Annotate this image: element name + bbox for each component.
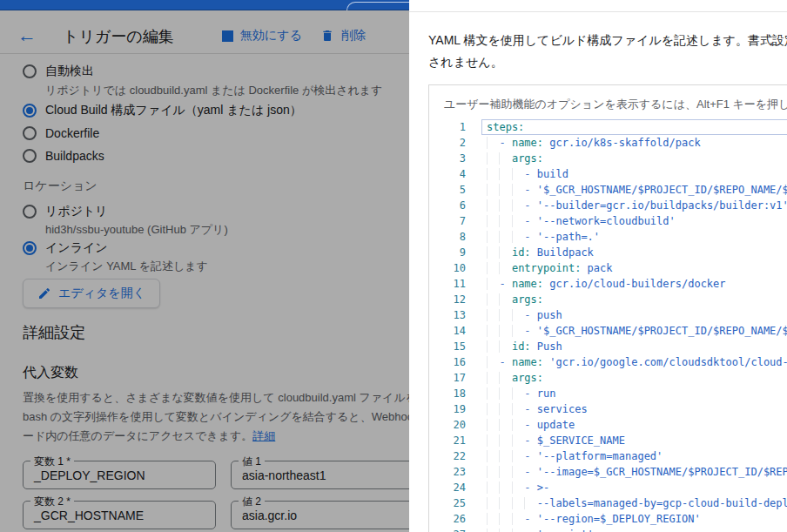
line-number: 6 — [429, 198, 474, 213]
line-number: 22 — [429, 448, 474, 464]
code-line[interactable]: 6 - '--builder=gcr.io/buildpacks/builder… — [429, 198, 787, 213]
code-token: id: — [512, 246, 531, 259]
code-token — [487, 325, 524, 337]
code-token: args: — [512, 152, 543, 165]
code-line[interactable]: 24 - >- — [429, 480, 787, 495]
code-token — [487, 152, 512, 165]
code-line-content[interactable]: - services — [481, 401, 787, 417]
code-line[interactable]: 26 - '--region=$_DEPLOY_REGION' — [429, 511, 787, 527]
code-line-content[interactable]: args: — [481, 370, 787, 386]
code-token: gcr.io/k8s-skaffold/pack — [543, 137, 701, 149]
code-token: - — [524, 309, 536, 321]
code-token — [487, 199, 524, 212]
code-line[interactable]: 19 - services — [429, 401, 787, 417]
code-token — [487, 387, 524, 400]
code-line-content[interactable]: - '--region=$_DEPLOY_REGION' — [481, 511, 787, 527]
code-token: - — [524, 434, 536, 447]
yaml-dialog-description: YAML 構文を使用してビルド構成ファイルを記述します。書式設定とコメントは保存… — [428, 30, 787, 73]
yaml-dialog-description-line2: されません。 — [428, 51, 787, 73]
code-line[interactable]: 14 - '$_GCR_HOSTNAME/$PROJECT_ID/$REPO_N… — [429, 323, 787, 339]
code-line-content[interactable]: - name: gcr.io/k8s-skaffold/pack — [481, 135, 787, 151]
code-line-content[interactable]: - $_SERVICE_NAME — [481, 433, 787, 448]
code-line-content[interactable]: - '--image=$_GCR_HOSTNAME/$PROJECT_ID/$R… — [481, 464, 787, 480]
code-line-content[interactable]: - run — [481, 386, 787, 401]
code-line-content[interactable]: --labels=managed-by=gcp-cloud-build-depl… — [481, 495, 787, 511]
code-token: '$_GCR_HOSTNAME/$PROJECT_ID/$REPO_NAME/$… — [537, 184, 787, 196]
line-number: 20 — [429, 417, 474, 433]
code-line-content[interactable]: - '--path=.' — [481, 229, 787, 245]
code-line-content[interactable]: id: Push — [481, 339, 787, 354]
code-line[interactable]: 27 - '--quiet' — [429, 527, 787, 532]
code-token — [487, 215, 524, 227]
code-token: - — [524, 419, 536, 431]
yaml-code-editor[interactable]: ユーザー補助機能のオプションを表示するには、Alt+F1 キーを押します。 1s… — [428, 84, 787, 532]
code-line-content[interactable]: steps: — [481, 119, 787, 135]
line-number: 19 — [429, 401, 474, 417]
yaml-dialog-description-line1: YAML 構文を使用してビルド構成ファイルを記述します。書式設定とコメントは保存 — [428, 30, 787, 51]
code-line-content[interactable]: - '--builder=gcr.io/buildpacks/builder:v… — [481, 198, 787, 213]
code-line-content[interactable]: - build — [481, 166, 787, 182]
code-line-content[interactable]: - name: 'gcr.io/google.com/cloudsdktool/… — [481, 354, 787, 370]
code-line[interactable]: 21 - $_SERVICE_NAME — [429, 433, 787, 448]
code-line[interactable]: 5 - '$_GCR_HOSTNAME/$PROJECT_ID/$REPO_NA… — [429, 182, 787, 198]
code-line[interactable]: 10 entrypoint: pack — [429, 260, 787, 276]
code-area[interactable]: 1steps:2 - name: gcr.io/k8s-skaffold/pac… — [429, 119, 787, 532]
code-line[interactable]: 3 args: — [429, 151, 787, 166]
code-line[interactable]: 13 - push — [429, 307, 787, 323]
code-line[interactable]: 22 - '--platform=managed' — [429, 448, 787, 464]
code-token — [487, 419, 524, 431]
code-token — [487, 529, 524, 532]
line-number: 27 — [429, 527, 474, 532]
code-token: - — [524, 403, 536, 415]
code-line-content[interactable]: entrypoint: pack — [481, 260, 787, 276]
code-token: push — [537, 309, 562, 321]
code-token: name: — [512, 356, 543, 368]
code-token: build — [537, 168, 568, 180]
code-line-content[interactable]: - '$_GCR_HOSTNAME/$PROJECT_ID/$REPO_NAME… — [481, 182, 787, 198]
code-line[interactable]: 20 - update — [429, 417, 787, 433]
line-number: 17 — [429, 370, 474, 386]
code-token — [487, 231, 524, 243]
code-line-content[interactable]: id: Buildpack — [481, 245, 787, 260]
code-token: - — [524, 450, 536, 462]
line-number: 8 — [429, 229, 474, 245]
line-number: 23 — [429, 464, 474, 480]
code-line-content[interactable]: args: — [481, 292, 787, 307]
line-number: 2 — [429, 135, 474, 151]
code-line[interactable]: 1steps: — [429, 119, 787, 135]
code-token: - — [524, 529, 536, 532]
code-token: '--quiet' — [537, 529, 594, 532]
code-line[interactable]: 4 - build — [429, 166, 787, 182]
line-number: 21 — [429, 433, 474, 448]
code-token: '--network=cloudbuild' — [537, 215, 676, 227]
code-line[interactable]: 16 - name: 'gcr.io/google.com/cloudsdkto… — [429, 354, 787, 370]
code-line[interactable]: 17 args: — [429, 370, 787, 386]
screen: ← トリガーの編集 無効にする 削除 自動検出 リポジトリでは cloudbui… — [0, 0, 787, 532]
code-line-content[interactable]: - '--platform=managed' — [481, 448, 787, 464]
code-line-content[interactable]: - '$_GCR_HOSTNAME/$PROJECT_ID/$REPO_NAME… — [481, 323, 787, 339]
code-token — [487, 262, 512, 274]
code-line[interactable]: 12 args: — [429, 292, 787, 307]
code-line-content[interactable]: - >- — [481, 480, 787, 495]
code-token: - — [499, 356, 511, 368]
code-line-content[interactable]: - push — [481, 307, 787, 323]
code-line[interactable]: 8 - '--path=.' — [429, 229, 787, 245]
code-token: - — [499, 278, 511, 290]
code-token: >- — [537, 481, 549, 494]
code-line-content[interactable]: - '--network=cloudbuild' — [481, 213, 787, 229]
code-line[interactable]: 2 - name: gcr.io/k8s-skaffold/pack — [429, 135, 787, 151]
code-line-content[interactable]: - '--quiet' — [481, 527, 787, 532]
code-line[interactable]: 15 id: Push — [429, 339, 787, 354]
code-line[interactable]: 11 - name: gcr.io/cloud-builders/docker — [429, 276, 787, 292]
code-line[interactable]: 23 - '--image=$_GCR_HOSTNAME/$PROJECT_ID… — [429, 464, 787, 480]
code-line[interactable]: 7 - '--network=cloudbuild' — [429, 213, 787, 229]
code-line[interactable]: 25 --labels=managed-by=gcp-cloud-build-d… — [429, 495, 787, 511]
code-token: - — [524, 325, 536, 337]
code-line[interactable]: 18 - run — [429, 386, 787, 401]
code-line-content[interactable]: args: — [481, 151, 787, 166]
code-line-content[interactable]: - update — [481, 417, 787, 433]
code-token: name: — [512, 137, 543, 149]
code-line-content[interactable]: - name: gcr.io/cloud-builders/docker — [481, 276, 787, 292]
code-line[interactable]: 9 id: Buildpack — [429, 245, 787, 260]
code-token: run — [537, 387, 556, 400]
